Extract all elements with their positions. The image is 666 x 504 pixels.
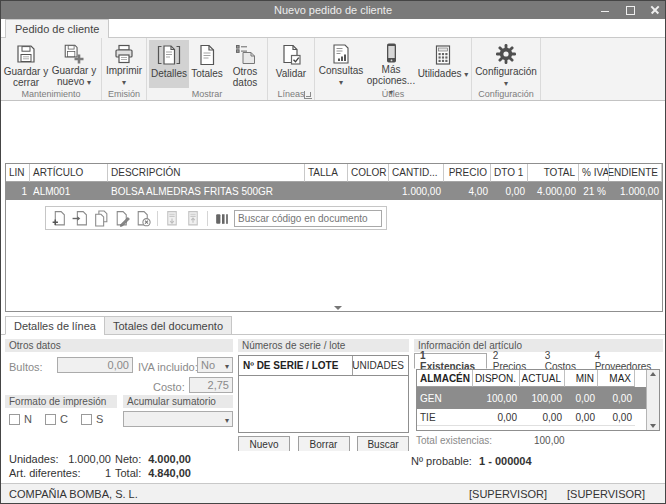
ribbon-filler — [541, 38, 665, 100]
checkbox-s[interactable]: S — [81, 413, 103, 425]
iva-incluido-select[interactable]: No — [197, 357, 233, 373]
unidades-value: 1.000,00 — [59, 453, 111, 465]
edit-line-icon[interactable] — [113, 209, 131, 227]
export-line-icon[interactable] — [184, 209, 202, 227]
articulos-value: 1 — [59, 467, 111, 479]
mas-opciones-button[interactable]: Más opciones... — [365, 40, 417, 88]
validar-button[interactable]: Validar — [270, 40, 312, 88]
grid-col-articulo[interactable]: ARTÍCULO — [30, 164, 108, 182]
tab-costos[interactable]: 3 Costos — [539, 353, 589, 369]
grid-col-talla[interactable]: TALLA — [305, 164, 348, 182]
button-label: Más opciones... — [367, 64, 415, 86]
chevron-down-icon — [122, 76, 126, 88]
checkbox-c[interactable]: C — [45, 413, 68, 425]
tab-label: Pedido de cliente — [15, 23, 99, 35]
dialog-launcher-icon[interactable] — [304, 91, 312, 99]
details-icon — [157, 42, 181, 68]
tab-proveedores[interactable]: 4 Proveedores — [589, 353, 663, 369]
minimize-icon[interactable] — [599, 4, 611, 16]
imprimir-button[interactable]: Imprimir — [104, 40, 144, 88]
borrar-button[interactable]: Borrar — [298, 436, 350, 452]
col-almacen[interactable]: ALMACÉN — [417, 370, 473, 387]
add-line-icon[interactable] — [50, 209, 68, 227]
search-code-input[interactable] — [234, 210, 382, 227]
tab-precios[interactable]: 2 Precios — [487, 353, 539, 369]
totals-icon — [196, 42, 218, 68]
tab-existencias[interactable]: 1 Existencias — [414, 353, 487, 369]
col-num-serie-lote[interactable]: Nº DE SERIE / LOTE — [239, 356, 352, 375]
panel-series-lote: Números de serie / lote Nº DE SERIE / LO… — [238, 339, 409, 449]
copy-line-icon[interactable] — [92, 209, 110, 227]
close-icon[interactable] — [649, 4, 661, 16]
grid-col-pendiente[interactable]: PENDIENTE — [609, 164, 662, 182]
guardar-y-nuevo-button[interactable]: Guardar y nuevo — [49, 40, 99, 88]
existencias-row-tie[interactable]: TIE 0,00 0,00 0,00 0,00 — [417, 409, 646, 426]
import-line-icon[interactable] — [163, 209, 181, 227]
existencias-scrollbar[interactable] — [646, 370, 659, 430]
calculator-icon — [432, 42, 454, 68]
maximize-icon[interactable] — [624, 4, 636, 16]
bultos-label: Bultos: — [9, 359, 43, 375]
ribbon-group-mostrar: Detalles Totales Otros datos Mostrar — [147, 38, 268, 100]
app-window: Nuevo pedido de cliente Pedido de client… — [0, 0, 666, 504]
existencias-row-gen[interactable]: GEN 100,00 100,00 0,00 0,00 — [417, 387, 646, 409]
neto-label: Neto: — [115, 453, 141, 465]
otros-datos-button[interactable]: Otros datos — [225, 40, 265, 88]
grid-col-lin[interactable]: LIN — [6, 164, 30, 182]
grid-scroll-down-icon[interactable] — [334, 306, 342, 310]
col-max[interactable]: MAX — [598, 370, 635, 387]
grid-col-descripcion[interactable]: DESCRIPCIÓN — [108, 164, 305, 182]
grid-row-selected[interactable]: 1 ALM001 BOLSA ALMEDRAS FRITAS 500GR 1.0… — [6, 182, 662, 200]
grid-col-precio[interactable]: PRECIO — [444, 164, 491, 182]
tab-detalles-de-linea[interactable]: Detalles de línea — [5, 316, 105, 335]
series-lote-table-header: Nº DE SERIE / LOTE UNIDADES — [239, 356, 408, 376]
grid-col-color[interactable]: COLOR — [348, 164, 389, 182]
checkbox-n[interactable]: N — [9, 413, 32, 425]
costo-input[interactable]: 2,75 — [189, 377, 233, 393]
col-min[interactable]: MIN — [565, 370, 598, 387]
insert-line-icon[interactable] — [71, 209, 89, 227]
tab-pedido-de-cliente[interactable]: Pedido de cliente — [5, 19, 109, 38]
document-tabstrip: Pedido de cliente — [1, 19, 665, 38]
acumular-sumatorio-select[interactable] — [123, 411, 233, 427]
scroll-up-icon[interactable] — [650, 372, 656, 376]
printer-icon — [113, 42, 135, 65]
ribbon-group-label: Útiles — [315, 89, 471, 100]
consultas-button[interactable]: Consultas — [317, 40, 365, 88]
utilidades-button[interactable]: Utilidades — [417, 40, 469, 88]
panel-otros-datos: Otros datos Bultos: 0,00 IVA incluido: N… — [5, 339, 233, 449]
existencias-table: ALMACÉN DISPON. ACTUAL MIN MAX GEN 100,0… — [416, 369, 660, 431]
ribbon-group-label: Configuración — [472, 89, 540, 100]
ribbon-group-configuracion: Configuración Configuración — [472, 38, 541, 100]
bultos-input[interactable]: 0,00 — [57, 357, 133, 373]
button-label: Guardar y cerrar — [4, 66, 48, 88]
grid-col-total[interactable]: TOTAL — [528, 164, 579, 182]
button-label: Utilidades — [418, 68, 462, 79]
chevron-down-icon — [339, 76, 343, 88]
num-probable-label: Nº probable: — [411, 455, 472, 467]
title-bar: Nuevo pedido de cliente — [1, 1, 665, 19]
chevron-down-icon — [87, 76, 91, 88]
scroll-down-icon[interactable] — [650, 424, 656, 428]
nuevo-button[interactable]: Nuevo — [238, 436, 290, 452]
grid-col-iva[interactable]: % IVA — [579, 164, 609, 182]
costo-label: Costo: — [153, 379, 185, 395]
ribbon-group-label: Emisión — [102, 89, 146, 100]
grid-col-cantidad[interactable]: CANTID... — [389, 164, 444, 182]
col-actual[interactable]: ACTUAL — [520, 370, 565, 387]
detalles-button[interactable]: Detalles — [149, 40, 189, 88]
grid-col-dto1[interactable]: DTO 1 — [491, 164, 528, 182]
lines-grid: LIN ARTÍCULO DESCRIPCIÓN TALLA COLOR CAN… — [5, 163, 663, 312]
status-user-right: [SUPERVISOR] — [567, 488, 645, 500]
chevron-down-icon — [225, 413, 229, 425]
configuracion-button[interactable]: Configuración — [474, 40, 538, 88]
delete-line-icon[interactable] — [134, 209, 152, 227]
iva-incluido-label: IVA incluido: — [138, 359, 198, 375]
totales-button[interactable]: Totales — [189, 40, 225, 88]
guardar-y-cerrar-button[interactable]: Guardar y cerrar — [3, 40, 49, 88]
components-icon[interactable] — [213, 209, 231, 227]
tab-totales-del-documento[interactable]: Totales del documento — [104, 316, 232, 335]
buscar-button[interactable]: Buscar — [357, 436, 409, 452]
col-dispon[interactable]: DISPON. — [473, 370, 520, 387]
col-unidades[interactable]: UNIDADES — [352, 356, 408, 375]
